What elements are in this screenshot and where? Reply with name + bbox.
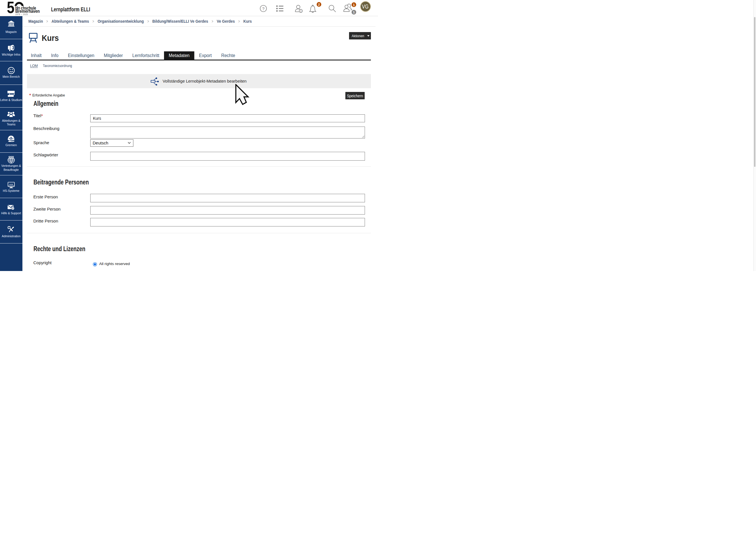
svg-text:1: 1: [353, 3, 355, 7]
svg-text:1: 1: [353, 10, 355, 14]
svg-text:1975 – 2025: 1975 – 2025: [15, 13, 28, 15]
svg-text:?: ?: [262, 6, 264, 11]
svg-text:!: !: [300, 9, 301, 12]
svg-text:?: ?: [12, 207, 14, 210]
svg-text:2: 2: [318, 3, 320, 6]
svg-text:5: 5: [7, 0, 14, 16]
